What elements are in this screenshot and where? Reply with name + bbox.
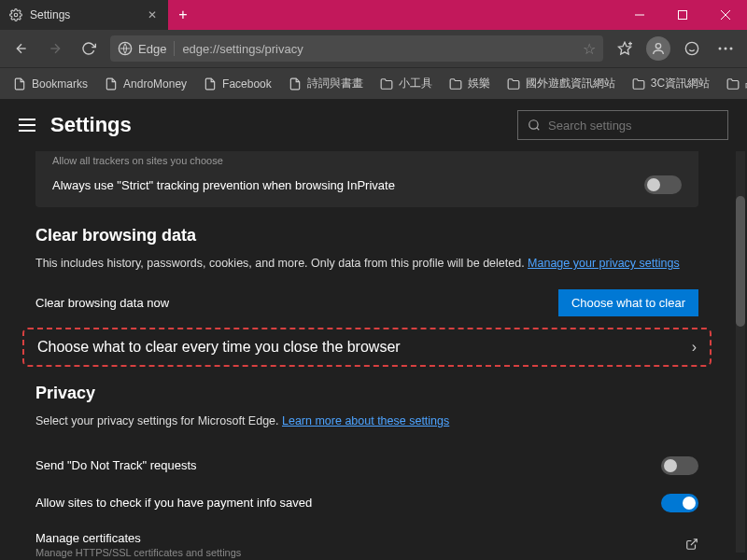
strict-inprivate-toggle[interactable] xyxy=(644,175,682,194)
svg-point-15 xyxy=(719,48,722,50)
svg-point-16 xyxy=(725,48,727,50)
file-icon xyxy=(105,77,118,91)
bookmarks-bar: Bookmarks AndroMoney Facebook 詩詞與書畫 小工具 … xyxy=(0,67,747,99)
bookmark-item[interactable]: Facebook xyxy=(196,74,279,94)
tracking-prevention-card: Allow all trackers on sites you choose A… xyxy=(35,151,698,207)
back-button[interactable] xyxy=(6,33,37,64)
svg-rect-2 xyxy=(679,11,687,20)
learn-more-link[interactable]: Learn more about these settings xyxy=(282,414,449,427)
separator xyxy=(174,41,175,56)
bookmark-item[interactable]: 3C資訊網站 xyxy=(625,72,717,95)
scrollbar-thumb[interactable] xyxy=(736,196,745,327)
clear-now-label: Clear browsing data now xyxy=(35,296,169,310)
refresh-button[interactable] xyxy=(73,33,105,64)
bookmark-item[interactable]: Bookmarks xyxy=(6,74,95,94)
svg-point-17 xyxy=(730,48,733,50)
settings-header: Settings xyxy=(0,99,747,151)
dnt-label: Send "Do Not Track" requests xyxy=(35,458,197,472)
manage-certificates-row[interactable]: Manage certificates Manage HTTPS/SSL cer… xyxy=(35,522,698,561)
certs-label: Manage certificates xyxy=(35,531,241,545)
bookmark-item[interactable]: 小工具 xyxy=(373,72,440,95)
bookmark-item[interactable]: 詩詞與書畫 xyxy=(281,72,371,95)
svg-point-11 xyxy=(655,44,660,49)
avatar-icon xyxy=(646,36,670,61)
svg-point-0 xyxy=(14,13,18,17)
svg-line-22 xyxy=(537,128,540,131)
page-title: Settings xyxy=(50,113,132,137)
file-icon xyxy=(13,77,26,91)
address-bar: Edge edge://settings/privacy ☆ xyxy=(0,30,747,67)
folder-icon xyxy=(449,77,462,91)
svg-point-21 xyxy=(529,120,538,129)
file-icon xyxy=(204,77,217,91)
file-icon xyxy=(289,77,302,91)
manage-privacy-link[interactable]: Manage your privacy settings xyxy=(528,257,680,270)
certs-sublabel: Manage HTTPS/SSL certificates and settin… xyxy=(35,547,241,558)
favorite-star-icon[interactable]: ☆ xyxy=(583,40,596,58)
tab-title: Settings xyxy=(30,8,138,21)
url-box[interactable]: Edge edge://settings/privacy ☆ xyxy=(110,35,603,62)
browser-tab[interactable]: Settings ✕ xyxy=(0,0,168,30)
chevron-right-icon: › xyxy=(692,339,697,356)
search-input[interactable] xyxy=(548,119,718,133)
svg-point-12 xyxy=(685,42,698,54)
site-identity: Edge xyxy=(118,41,166,56)
bookmark-item[interactable]: 娛樂 xyxy=(442,72,498,95)
window-controls xyxy=(618,0,747,30)
browser-label: Edge xyxy=(138,42,166,56)
new-tab-button[interactable]: + xyxy=(168,0,198,30)
choose-what-to-clear-button[interactable]: Choose what to clear xyxy=(558,289,698,316)
folder-icon xyxy=(507,77,520,91)
close-window-button[interactable] xyxy=(704,0,747,30)
settings-content: Allow all trackers on sites you choose A… xyxy=(0,151,734,560)
external-link-icon xyxy=(685,538,698,551)
favorites-button[interactable] xyxy=(609,33,641,64)
minimize-button[interactable] xyxy=(618,0,661,30)
clear-on-close-row[interactable]: Choose what to clear every time you clos… xyxy=(22,328,712,367)
close-tab-icon[interactable]: ✕ xyxy=(146,8,159,21)
dnt-toggle[interactable] xyxy=(661,456,698,475)
tracking-sub: Allow all trackers on sites you choose xyxy=(52,155,682,166)
url-text: edge://settings/privacy xyxy=(182,42,575,56)
payment-check-label: Allow sites to check if you have payment… xyxy=(35,496,312,510)
strict-inprivate-label: Always use "Strict" tracking prevention … xyxy=(52,178,395,192)
forward-button[interactable] xyxy=(39,33,71,64)
search-settings-box[interactable] xyxy=(517,110,728,140)
clear-on-close-label: Choose what to clear every time you clos… xyxy=(37,339,401,356)
payment-check-toggle[interactable] xyxy=(661,494,698,512)
feedback-button[interactable] xyxy=(676,33,708,64)
edge-icon xyxy=(118,41,133,56)
svg-line-23 xyxy=(691,539,697,545)
folder-icon xyxy=(726,77,740,91)
profile-button[interactable] xyxy=(642,33,674,64)
maximize-button[interactable] xyxy=(661,0,704,30)
bookmark-item[interactable]: 國外遊戲資訊網站 xyxy=(500,72,623,95)
bookmark-item[interactable]: AndroMoney xyxy=(97,74,194,94)
bookmark-item[interactable]: 品牌Newsroom xyxy=(719,72,747,95)
privacy-title: Privacy xyxy=(35,384,698,403)
search-icon xyxy=(528,119,541,132)
more-button[interactable] xyxy=(710,33,741,64)
clear-data-title: Clear browsing data xyxy=(35,226,698,245)
privacy-description: Select your privacy settings for Microso… xyxy=(35,413,698,430)
menu-button[interactable] xyxy=(19,119,35,132)
clear-data-description: This includes history, passwords, cookie… xyxy=(35,255,698,273)
gear-icon xyxy=(9,8,22,21)
folder-icon xyxy=(632,77,645,91)
titlebar: Settings ✕ + xyxy=(0,0,747,30)
folder-icon xyxy=(380,77,393,91)
